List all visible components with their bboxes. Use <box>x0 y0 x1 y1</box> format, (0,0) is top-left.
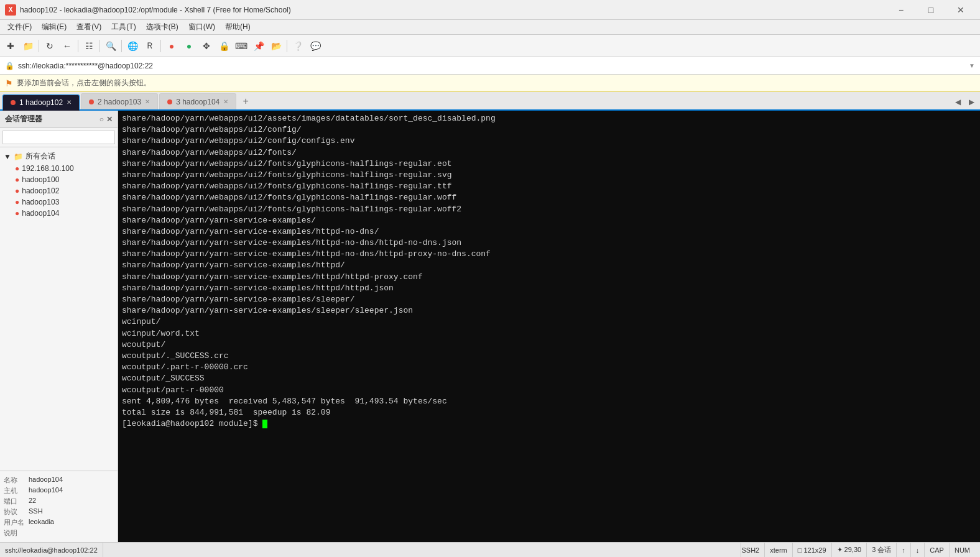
terminal[interactable]: share/hadoop/yarn/webapps/ui2/assets/ima… <box>118 111 980 542</box>
tab-status-dot <box>11 100 16 105</box>
session-item-0[interactable]: ● 192.168.10.100 <box>0 163 118 174</box>
tab-next-button[interactable]: ▶ <box>965 96 978 108</box>
session-item-3[interactable]: ● hadoop103 <box>0 196 118 208</box>
host-icon-0: ● <box>15 164 19 173</box>
info-label-host: 主机 <box>4 486 29 495</box>
sidebar-pin-button[interactable]: ○ <box>99 115 104 124</box>
monitor-button[interactable]: ⌨ <box>233 38 249 54</box>
pin-button[interactable]: 📌 <box>251 38 267 54</box>
toolbar-separator-5 <box>160 40 161 52</box>
tab-status-dot-3 <box>167 99 172 104</box>
tree-group-header[interactable]: ▼ 📁 所有会话 <box>0 150 118 163</box>
tab-navigation: ◀ ▶ <box>951 96 978 109</box>
tab-close-2[interactable]: ✕ <box>145 98 150 105</box>
new-session-button[interactable]: ✚ <box>2 38 19 54</box>
maximize-button[interactable]: □ <box>917 0 945 20</box>
terminal-line: share/hadoop/yarn/webapps/ui2/fonts/glyp… <box>122 192 976 203</box>
menu-file[interactable]: 文件(F) <box>2 21 37 34</box>
info-value-port: 22 <box>29 497 114 506</box>
folder-button[interactable]: 📂 <box>268 38 284 54</box>
terminal-line: share/hadoop/yarn/yarn-service-examples/… <box>122 260 976 271</box>
open-button[interactable]: 📁 <box>20 38 36 54</box>
tab-close-1[interactable]: ✕ <box>67 99 72 106</box>
terminal-line: wcoutput/_SUCCESS <box>122 373 976 384</box>
globe-button[interactable]: 🌐 <box>124 38 141 54</box>
session-item-2[interactable]: ● hadoop102 <box>0 185 118 196</box>
status-up-arrow[interactable]: ↑ <box>896 543 910 557</box>
close-button[interactable]: ✕ <box>946 0 975 20</box>
address-dropdown-button[interactable]: ▼ <box>969 62 975 69</box>
terminal-line: wcinput/ <box>122 316 976 328</box>
tab-hadoop103[interactable]: 2 hadoop103 ✕ <box>81 93 158 109</box>
back-button[interactable]: ← <box>59 38 75 54</box>
help-button[interactable]: ❔ <box>290 38 306 54</box>
session-item-4[interactable]: ● hadoop104 <box>0 208 118 219</box>
sidebar: 会话管理器 ○ ✕ ▼ 📁 所有会话 ● 192.168.10.100 ● <box>0 111 118 542</box>
menu-bar: 文件(F) 编辑(E) 查看(V) 工具(T) 选项卡(B) 窗口(W) 帮助(… <box>0 20 980 35</box>
terminal-line: share/hadoop/yarn/yarn-service-examples/… <box>122 249 976 260</box>
bookmark-icon: ⚑ <box>5 78 13 88</box>
group-label: 所有会话 <box>25 151 55 162</box>
folder-icon: 📁 <box>14 152 23 161</box>
info-row-name: 名称 hadoop104 <box>4 475 114 486</box>
terminal-line: wcoutput/.part-r-00000.crc <box>122 362 976 373</box>
sidebar-close-button[interactable]: ✕ <box>106 115 113 124</box>
host-icon-4: ● <box>15 209 19 218</box>
session-name-2: hadoop102 <box>22 186 59 195</box>
info-row-host: 主机 hadoop104 <box>4 486 114 496</box>
terminal-wrapper: share/hadoop/yarn/webapps/ui2/assets/ima… <box>118 111 980 542</box>
info-value-username: leokadia <box>29 518 114 527</box>
menu-edit[interactable]: 编辑(E) <box>37 21 72 34</box>
status-bar: ssh://leokadia@hadoop102:22 SSH2 xterm □… <box>0 542 980 557</box>
terminal-line: sent 4,809,476 bytes received 5,483,547 … <box>122 396 976 407</box>
info-value-protocol: SSH <box>29 507 114 517</box>
lock-button[interactable]: 🔒 <box>216 38 232 54</box>
green-btn[interactable]: ● <box>181 38 197 54</box>
status-connection: ssh://leokadia@hadoop102:22 <box>5 543 103 557</box>
status-right: SSH2 xterm □ 121x29 ✦ 29,30 3 会话 ↑ ↓ CAP… <box>741 543 975 557</box>
expand-button[interactable]: ✥ <box>198 38 215 54</box>
session-item-1[interactable]: ● hadoop100 <box>0 174 118 185</box>
info-row-protocol: 协议 SSH <box>4 507 114 517</box>
menu-tools[interactable]: 工具(T) <box>106 21 141 34</box>
search-button[interactable]: 🔍 <box>103 38 119 54</box>
menu-view[interactable]: 查看(V) <box>72 21 106 34</box>
terminal-line: share/hadoop/yarn/yarn-service-examples/… <box>122 226 976 237</box>
terminal-line: share/hadoop/yarn/webapps/ui2/fonts/glyp… <box>122 159 976 170</box>
tab-prev-button[interactable]: ◀ <box>951 96 964 108</box>
info-label-protocol: 协议 <box>4 507 29 517</box>
window-title: hadoop102 - leokadia@hadoop102:/opt/modu… <box>20 6 887 14</box>
layout-button[interactable]: ☷ <box>81 38 97 54</box>
app-icon: X <box>5 4 16 16</box>
minimize-button[interactable]: − <box>887 0 915 20</box>
font-button[interactable]: Ｒ <box>142 38 158 54</box>
host-icon-3: ● <box>15 198 19 206</box>
tab-close-3[interactable]: ✕ <box>223 98 228 105</box>
toolbar-separator-3 <box>99 40 100 52</box>
status-down-arrow[interactable]: ↓ <box>910 543 925 557</box>
terminal-line: share/hadoop/yarn/yarn-service-examples/… <box>122 237 976 249</box>
session-name-1: hadoop100 <box>22 175 59 184</box>
session-tree: ▼ 📁 所有会话 ● 192.168.10.100 ● hadoop100 ● … <box>0 147 118 471</box>
red-btn1[interactable]: ● <box>164 38 180 54</box>
menu-help[interactable]: 帮助(H) <box>220 21 256 34</box>
tab-label-2: 2 hadoop103 <box>98 98 141 106</box>
tab-hadoop104[interactable]: 3 hadoop104 ✕ <box>159 93 236 109</box>
address-bar: 🔒 ssh://leokadia:***********@hadoop102:2… <box>0 57 980 75</box>
search-input[interactable] <box>2 131 115 144</box>
add-tab-button[interactable]: + <box>238 93 254 109</box>
hint-text: 要添加当前会话，点击左侧的箭头按钮。 <box>17 78 151 88</box>
menu-window[interactable]: 窗口(W) <box>183 21 220 34</box>
tab-hadoop102[interactable]: 1 hadoop102 ✕ <box>2 94 80 111</box>
terminal-line: share/hadoop/yarn/webapps/ui2/config/ <box>122 124 976 136</box>
window-controls: − □ ✕ <box>887 0 975 20</box>
status-sessions: 3 会话 <box>866 543 896 557</box>
info-label-name: 名称 <box>4 476 29 485</box>
chat-button[interactable]: 💬 <box>307 38 323 54</box>
tree-group-all: ▼ 📁 所有会话 ● 192.168.10.100 ● hadoop100 ● … <box>0 150 118 219</box>
terminal-line: share/hadoop/yarn/webapps/ui2/fonts/ <box>122 147 976 159</box>
refresh-button[interactable]: ↻ <box>42 38 58 54</box>
status-num: NUM <box>949 543 975 557</box>
menu-tabs[interactable]: 选项卡(B) <box>141 21 183 34</box>
hint-bar: ⚑ 要添加当前会话，点击左侧的箭头按钮。 <box>0 75 980 92</box>
